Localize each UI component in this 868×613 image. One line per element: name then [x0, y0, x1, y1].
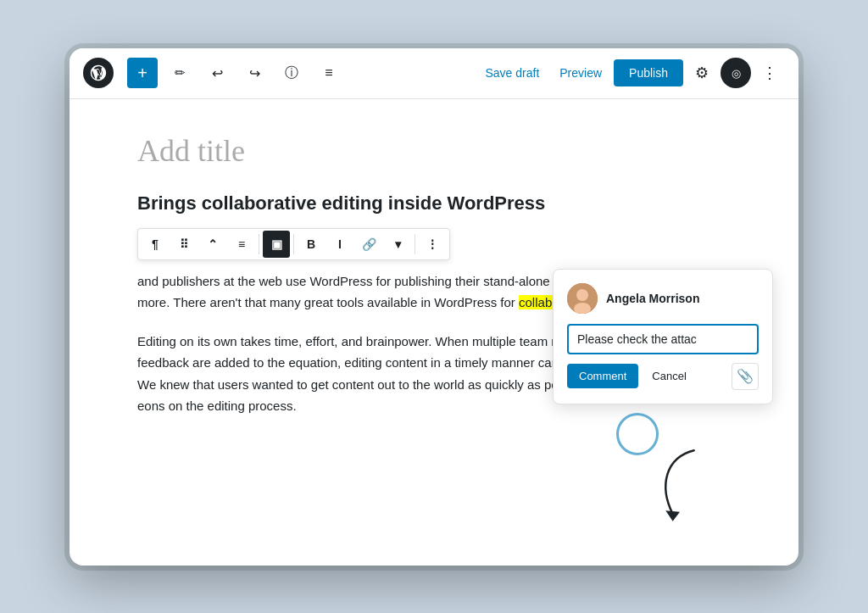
align-btn[interactable]: ≡ [228, 231, 255, 258]
toolbar-right: Save draft Preview Publish ⚙ ◎ ⋮ [476, 58, 785, 88]
toolbar-divider-2 [293, 234, 294, 254]
paragraph-btn[interactable]: ¶ [142, 231, 169, 258]
more-options-button[interactable]: ⋮ [754, 58, 785, 88]
undo-icon: ↩ [212, 65, 223, 81]
attach-file-button[interactable]: 📎 [732, 363, 759, 390]
list-icon: ≡ [325, 65, 332, 81]
bold-btn[interactable]: B [298, 231, 325, 258]
toolbar-divider-1 [259, 234, 259, 254]
arrow-annotation [646, 443, 714, 532]
comment-user-info: Angela Morrison [567, 283, 759, 314]
info-button[interactable]: ⓘ [276, 58, 307, 88]
comment-btn[interactable]: ▣ [263, 231, 290, 258]
more-icon: ⋮ [762, 64, 777, 82]
content-area: Add title Brings collaborative editing i… [70, 99, 798, 566]
options-btn[interactable]: ⋮ [419, 231, 446, 258]
pen-icon: ✏ [175, 65, 186, 81]
redo-button[interactable]: ↪ [239, 58, 270, 88]
svg-marker-3 [665, 510, 680, 521]
redo-icon: ↪ [249, 65, 260, 81]
svg-point-1 [576, 289, 588, 301]
post-heading[interactable]: Brings collaborative editing inside Word… [137, 192, 731, 215]
pin-button[interactable]: ◎ [721, 58, 751, 88]
comment-input[interactable] [567, 324, 759, 354]
comment-actions: Comment Cancel 📎 [567, 363, 759, 390]
toolbar-divider-3 [415, 234, 415, 254]
link-btn[interactable]: 🔗 [355, 231, 382, 258]
more-formats-btn[interactable]: ▾ [384, 231, 411, 258]
block-toolbar: ¶ ⠿ ⌃ ≡ ▣ B I 🔗 ▾ ⋮ [137, 228, 450, 260]
gear-icon: ⚙ [695, 64, 709, 82]
publish-button[interactable]: Publish [614, 59, 683, 86]
arrows-btn[interactable]: ⌃ [199, 231, 226, 258]
avatar-image [567, 283, 598, 314]
preview-button[interactable]: Preview [551, 61, 610, 85]
post-title-placeholder[interactable]: Add title [137, 133, 731, 169]
list-view-button[interactable]: ≡ [314, 58, 344, 88]
comment-cancel-button[interactable]: Cancel [645, 364, 693, 388]
drag-btn[interactable]: ⠿ [170, 231, 198, 258]
italic-btn[interactable]: I [326, 231, 353, 258]
save-draft-button[interactable]: Save draft [476, 61, 548, 85]
attachment-icon: 📎 [737, 368, 754, 384]
comment-username: Angela Morrison [606, 292, 699, 305]
settings-button[interactable]: ⚙ [687, 58, 717, 88]
comment-popup: Angela Morrison Comment Cancel 📎 [553, 269, 773, 404]
undo-button[interactable]: ↩ [202, 58, 232, 88]
comment-submit-button[interactable]: Comment [567, 364, 638, 388]
add-block-button[interactable]: + [127, 58, 158, 88]
pen-tool-button[interactable]: ✏ [164, 58, 195, 88]
wordpress-logo [83, 58, 114, 88]
info-icon: ⓘ [285, 64, 298, 82]
editor-toolbar: + ✏ ↩ ↪ ⓘ ≡ Save draft Preview Publish ⚙… [70, 48, 798, 99]
user-avatar [567, 283, 598, 314]
pin-icon: ◎ [732, 67, 741, 80]
browser-window: + ✏ ↩ ↪ ⓘ ≡ Save draft Preview Publish ⚙… [70, 48, 798, 566]
